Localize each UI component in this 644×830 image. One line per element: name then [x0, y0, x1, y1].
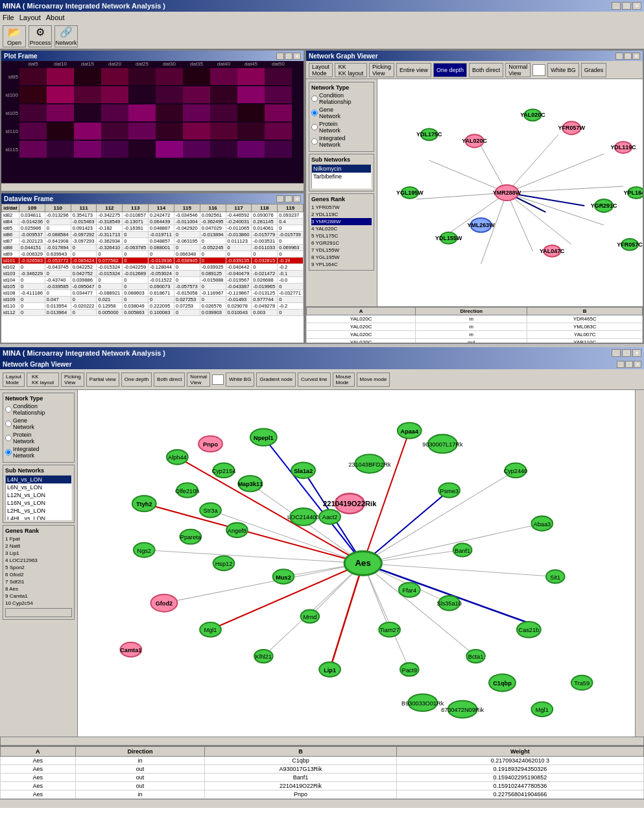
close-button[interactable]: × [632, 2, 641, 10]
net-table-row: YAL020CinYDR465C [307, 315, 643, 323]
svg-text:Mgl1: Mgl1 [204, 627, 217, 633]
svg-line-42 [363, 470, 516, 563]
table-row: id89-0.0063290.63994300000.0663480000 [2, 251, 304, 258]
white-bg-btn[interactable]: White BG [547, 63, 579, 77]
sub-network-item-1[interactable]: Nilkomycin [312, 165, 371, 173]
bottom-radio-gene[interactable]: GeneNetwork [5, 417, 72, 430]
bottom-net-item-6[interactable]: L4HL_vs_LON [6, 515, 71, 520]
minimize-button[interactable]: _ [612, 2, 621, 10]
process-button[interactable]: ⚙ Process [29, 25, 52, 47]
radio-gene[interactable]: GeneNetwork [311, 106, 372, 119]
bottom-sub-close[interactable]: × [634, 361, 641, 368]
bottom-layout-mode[interactable]: LayoutMode [3, 372, 25, 387]
dataview-maximize[interactable]: □ [285, 195, 292, 202]
table-row: id880.044151-0.0178940-0.326410-0.063785… [2, 245, 304, 251]
plot-maximize[interactable]: □ [285, 53, 292, 60]
bottom-both-direct[interactable]: Both direct [154, 372, 185, 387]
bottom-sub-maximize[interactable]: □ [625, 361, 633, 368]
menu-file[interactable]: File [3, 14, 14, 21]
svg-text:Alph44: Alph44 [168, 454, 187, 461]
bottom-close[interactable]: × [632, 349, 641, 357]
network-maximize[interactable]: □ [624, 53, 632, 60]
btbl-col-a: A [1, 747, 76, 757]
bottom-net-type-title: Network Type [5, 395, 72, 402]
menu-about[interactable]: About [46, 14, 65, 21]
table-row-highlighted: id101-0.026583-0.053772-0.0854240.077582… [2, 258, 304, 264]
sub-network-item-2[interactable]: Tarbibefine [312, 173, 371, 180]
maximize-button[interactable]: □ [622, 2, 631, 10]
table-scrollbar-v[interactable] [0, 799, 644, 808]
genes-scrollbar[interactable] [5, 608, 72, 617]
bottom-net-item-3[interactable]: L12N_vs_LON [6, 491, 71, 499]
gene-item-7: 7 YDL155W [311, 247, 372, 254]
grades-btn[interactable]: Grades [581, 63, 607, 77]
bottom-scrollbar-h[interactable] [0, 737, 644, 746]
svg-text:YAL020C: YAL020C [520, 112, 545, 118]
bottom-gene-10: 10 Cyp2c54 [5, 600, 72, 607]
bottom-network-canvas[interactable]: Aes Npepl1 Apaa4 Cyp2440 Abaa3 Sit1 Cas2… [78, 390, 644, 737]
bottom-partial-view[interactable]: Partial view [86, 372, 119, 387]
table-row: id87-0.202123-0.641908-3.097293-0.362934… [2, 238, 304, 245]
dataview-minimize[interactable]: _ [276, 195, 284, 202]
radio-protein[interactable]: ProteinNetwork [311, 121, 372, 134]
network-close[interactable]: × [632, 53, 640, 60]
col-dat20: dat20 [101, 61, 128, 67]
bottom-net-item-4[interactable]: L16N_vs_LON [6, 499, 71, 507]
bottom-sub-title-text: Network Graph Viewer [3, 361, 72, 368]
svg-text:Sla1a2: Sla1a2 [294, 468, 313, 474]
svg-text:Ttyh2: Ttyh2 [136, 501, 152, 507]
bottom-sub-minimize[interactable]: _ [617, 361, 625, 368]
one-depth-btn[interactable]: One depth [433, 63, 467, 77]
picking-view-btn[interactable]: PickingView [369, 63, 394, 77]
dataview-content[interactable]: id/dat 109 110 111 112 113 114 115 116 1… [1, 204, 304, 343]
network-minimize[interactable]: _ [615, 53, 623, 60]
table-row: id1040-0.437400.03988600-0.0115220-0.015… [2, 277, 304, 284]
bottom-kk-layout[interactable]: KKKK layout [27, 372, 59, 387]
svg-line-51 [164, 563, 363, 603]
both-direct-btn[interactable]: Both direct [469, 63, 503, 77]
plot-scrollbar-h[interactable] [1, 183, 304, 191]
bottom-radio-integrated[interactable]: IntegratedNetwork [5, 446, 72, 459]
bottom-sub-network-list[interactable]: L4N_vs_LON L6N_vs_LON L12N_vs_LON L16N_v… [5, 475, 72, 520]
svg-text:Psme3: Psme3 [440, 488, 459, 494]
bottom-maximize[interactable]: □ [622, 349, 631, 357]
network-canvas-top[interactable]: YMR288W YAL020C YFR057W YDL119C YAL047C … [377, 79, 643, 306]
kk-layout-btn[interactable]: KKKK layout [335, 63, 367, 77]
entire-view-btn[interactable]: Entire view [396, 63, 431, 77]
bottom-picking-view[interactable]: PickingView [61, 372, 84, 387]
svg-line-2 [507, 186, 624, 193]
network-button[interactable]: 🔗 Network [54, 25, 78, 47]
bottom-gradient-node[interactable]: Gradient node [256, 372, 296, 387]
bottom-one-depth[interactable]: One depth [121, 372, 152, 387]
radio-integrated[interactable]: IntegratedNetwork [311, 135, 372, 148]
bottom-normal-view[interactable]: NormalView [187, 372, 210, 387]
bottom-net-item-1[interactable]: L4N_vs_LON [6, 476, 71, 483]
canvas-scrollbar-v[interactable] [635, 390, 644, 737]
layout-mode-btn[interactable]: LayoutMode [309, 63, 333, 77]
bottom-move-mode[interactable]: Move mode [357, 372, 390, 387]
bottom-minimize[interactable]: _ [612, 349, 621, 357]
radio-condition[interactable]: ConditionRelationship [311, 92, 372, 105]
svg-line-46 [363, 563, 476, 656]
bottom-white-bg[interactable]: White BG [226, 372, 254, 387]
bottom-net-item-5[interactable]: L2HL_vs_LON [6, 507, 71, 515]
bottom-radio-protein[interactable]: ProteinNetwork [5, 432, 72, 445]
plot-close[interactable]: × [293, 53, 301, 60]
normal-view-btn[interactable]: NormalView [505, 63, 531, 77]
bottom-sub-networks: Sub Networks L4N_vs_LON L6N_vs_LON L12N_… [3, 465, 75, 523]
open-button[interactable]: 📂 Open [3, 25, 26, 47]
menu-bar: File Layout About [0, 12, 644, 23]
table-row: id850.02598600.091423-0.182-0.163910.048… [2, 225, 304, 232]
dataview-close[interactable]: × [293, 195, 301, 202]
bottom-radio-condition[interactable]: ConditionRelationship [5, 403, 72, 416]
plot-minimize[interactable]: _ [276, 53, 284, 60]
bottom-mouse-mode[interactable]: MouseMode [333, 372, 355, 387]
main-toolbar: 📂 Open ⚙ Process 🔗 Network [0, 23, 644, 49]
bottom-curved-line[interactable]: Curved line [298, 372, 330, 387]
svg-text:Lip1: Lip1 [324, 667, 336, 674]
sub-network-list[interactable]: Nilkomycin Tarbibefine [311, 164, 372, 189]
table-row: id11000.013954-0.0202220.129580.0380490.… [2, 303, 304, 310]
bottom-net-item-2[interactable]: L6N_vs_LON [6, 483, 71, 491]
svg-text:Mrnd: Mrnd [303, 614, 316, 620]
menu-layout[interactable]: Layout [19, 14, 41, 21]
